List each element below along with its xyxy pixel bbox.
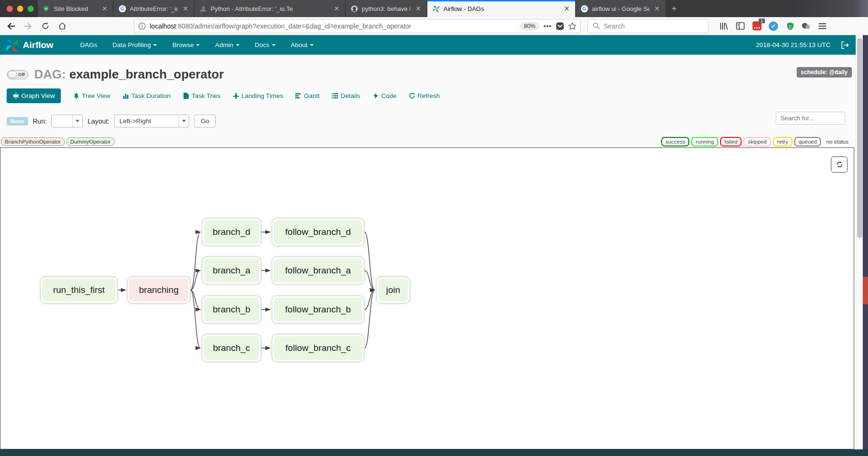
dag-node-branching[interactable]: branching [128,277,190,303]
tab-airflow-ui-search[interactable]: G airflow ui - Google Search ✕ [575,0,665,17]
tab-graph-view[interactable]: Graph View [7,88,61,103]
extension-badge: 1 [759,19,765,23]
page-actions-icon[interactable]: ••• [543,22,552,30]
scrollbar-thumb[interactable] [857,38,862,238]
tree-icon [73,93,79,99]
page-title: DAG: example_branch_operator [34,67,224,82]
view-tab-label: Code [381,92,396,99]
run-select[interactable] [51,115,83,127]
dag-node-branch_d[interactable]: branch_d [203,219,260,245]
desktop-edge-accent [863,277,868,304]
url-bar[interactable]: localhost:8080/admin/airflow/graph?execu… [134,19,581,33]
tab-close-icon[interactable]: ✕ [333,5,340,12]
dag-node-follow_branch_b[interactable]: follow_branch_b [272,296,364,323]
chevron-down-icon [272,44,276,46]
tab-title: airflow ui - Google Search [592,5,649,12]
dag-node-join[interactable]: join [377,277,409,303]
dag-name: example_branch_operator [69,67,224,81]
dag-node-run_this_first[interactable]: run_this_first [41,277,117,303]
logout-icon[interactable] [841,41,849,49]
library-icon[interactable] [718,21,729,31]
go-button[interactable]: Go [194,115,216,127]
task-search-input[interactable] [776,112,845,125]
legend-retry: retry [773,137,792,146]
bar-chart-icon [123,93,129,99]
tab-title: AttributeError: '_io.TextIOWrapp [130,5,178,12]
tab-landing-times[interactable]: Landing Times [233,92,283,99]
legend-running: running [691,137,718,146]
close-window-button[interactable] [7,6,13,12]
nav-item-dags[interactable]: DAGs [72,35,105,55]
run-label: Run: [33,117,47,125]
browser-search-field[interactable]: Search [588,19,709,33]
legend-dummyoperator: DummyOperator [67,137,115,146]
tab-title: Python - AttributeError: '_io.Te [211,5,329,12]
view-tab-label: Task Duration [131,92,171,99]
sidebar-toggle-icon[interactable] [735,21,745,31]
adblock-extension-icon[interactable]: 1 [752,21,762,31]
zoom-level-badge[interactable]: 80% [520,22,540,30]
tab-close-icon[interactable]: ✕ [101,5,108,12]
chevron-down-icon [179,120,189,122]
dag-node-branch_b[interactable]: branch_b [203,296,260,323]
shield-extension-icon[interactable]: £ [785,21,795,31]
tab-airflow-dags-active[interactable]: Airflow - DAGs ✕ [427,0,575,17]
tab-tree-view[interactable]: Tree View [73,92,110,99]
tab-github-issue[interactable]: python3: behave incorrectly mo ✕ [345,0,427,17]
layout-select-value: Left->Right [115,117,179,125]
url-text[interactable]: localhost:8080/admin/airflow/graph?execu… [150,22,516,30]
dag-node-branch_c[interactable]: branch_c [203,335,260,361]
dag-pause-toggle[interactable]: Off [7,70,29,79]
title-prefix: DAG: [34,67,66,81]
brand-name: Airflow [23,40,53,50]
pocket-icon[interactable] [556,22,564,30]
airflow-brand[interactable]: Airflow [5,38,53,52]
tab-refresh[interactable]: Refresh [409,92,440,99]
dag-node-follow_branch_d[interactable]: follow_branch_d [272,219,364,245]
blue-extension-icon[interactable]: ✓ [768,21,779,31]
toggle-label: Off [18,72,25,77]
menu-hamburger-icon[interactable] [817,21,828,31]
nav-item-docs[interactable]: Docs [247,35,283,55]
tab-code[interactable]: Code [373,92,396,99]
graph-refresh-button[interactable] [831,156,848,173]
back-button[interactable] [4,19,18,33]
plane-icon [233,93,239,99]
refresh-icon [409,93,415,99]
nav-item-admin[interactable]: Admin [207,35,247,55]
svg-text:G: G [582,6,587,11]
nav-label: Admin [215,41,233,49]
reload-button[interactable] [38,19,52,33]
desktop-edge-strip [863,35,868,456]
tab-task-duration[interactable]: Task Duration [123,92,171,99]
tab-gantt[interactable]: Gantt [295,92,319,99]
tab-attributeerror-search[interactable]: G AttributeError: '_io.TextIOWrapp ✕ [113,0,194,17]
tab-close-icon[interactable]: ✕ [415,5,422,12]
tab-site-blocked[interactable]: Site Blocked ✕ [37,0,113,17]
info-icon[interactable] [138,22,146,30]
nav-label: Data Profiling [112,41,151,49]
minimize-window-button[interactable] [17,6,23,12]
nav-item-about[interactable]: About [283,35,321,55]
dag-node-follow_branch_a[interactable]: follow_branch_a [272,257,364,284]
tab-close-icon[interactable]: ✕ [182,5,189,12]
ghostery-extension-icon[interactable] [801,21,811,31]
zoom-window-button[interactable] [28,6,34,12]
tab-close-icon[interactable]: ✕ [653,5,661,12]
graph-view-icon [13,93,19,99]
nav-item-browse[interactable]: Browse [164,35,207,55]
tab-details[interactable]: Details [332,92,360,99]
layout-select[interactable]: Left->Right [114,115,189,127]
dag-node-follow_branch_c[interactable]: follow_branch_c [272,335,364,361]
new-tab-button[interactable]: + [665,0,683,17]
nav-item-data-profiling[interactable]: Data Profiling [105,35,164,55]
forward-button[interactable] [21,19,35,33]
bookmark-star-icon[interactable] [568,22,577,30]
tab-close-icon[interactable]: ✕ [563,5,570,12]
page-scrollbar[interactable] [856,35,863,449]
tab-task-tries[interactable]: Task Tries [183,92,221,99]
tab-python-stackoverflow[interactable]: Python - AttributeError: '_io.Te ✕ [194,0,345,17]
dag-node-branch_a[interactable]: branch_a [203,257,260,284]
home-button[interactable] [55,19,69,33]
operator-legend: BranchPythonOperator DummyOperator [1,137,115,146]
